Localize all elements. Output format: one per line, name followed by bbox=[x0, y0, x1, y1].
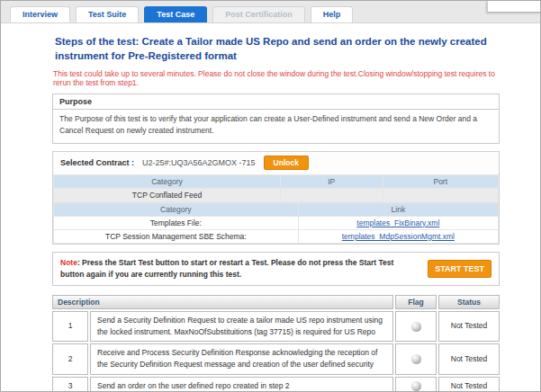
feed-category-cell: TCP Conflated Feed bbox=[54, 188, 281, 201]
table-row: 1 Send a Security Definition Request to … bbox=[52, 311, 500, 342]
test-case-window: Interview Test Suite Test Case Post Cert… bbox=[0, 0, 541, 392]
steps-table: Description Flag Status 1 Send a Securit… bbox=[50, 293, 501, 392]
links-col-category: Category bbox=[54, 202, 299, 216]
steps-col-flag: Flag bbox=[395, 295, 437, 309]
feed-col-ip: IP bbox=[280, 174, 383, 188]
step-flag-cell bbox=[395, 343, 437, 374]
links-category-cell: TCP Session Management SBE Schema: bbox=[54, 229, 299, 243]
step-flag-cell bbox=[395, 377, 437, 392]
feed-table: Category IP Port TCP Conflated Feed bbox=[53, 174, 499, 202]
selected-contract-value: U2-25#:UQ3A56A2GMOX -715 bbox=[142, 158, 256, 167]
feed-col-category: Category bbox=[54, 174, 281, 188]
purpose-header: Purpose bbox=[53, 94, 499, 110]
note-text: Note: Press the Start Test button to sta… bbox=[60, 257, 411, 281]
feed-table-header: Category IP Port bbox=[54, 174, 499, 188]
unlock-button[interactable]: Unlock bbox=[264, 156, 309, 170]
step-number: 1 bbox=[52, 311, 88, 342]
sbe-schema-link-cell: templates_MdpSessionMgmt.xml bbox=[298, 229, 498, 243]
step-number: 2 bbox=[52, 343, 88, 374]
step-description: Receive and Process Security Definition … bbox=[90, 343, 393, 374]
note-label: Note bbox=[60, 258, 77, 267]
purpose-body: The Purpose of this test is to verify th… bbox=[53, 110, 499, 142]
links-category-cell: Templates File: bbox=[54, 216, 299, 229]
table-row: TCP Conflated Feed bbox=[54, 188, 499, 201]
feed-port-cell bbox=[383, 188, 498, 201]
step-status: Not Tested bbox=[438, 343, 500, 374]
note-section: Note: Press the Start Test button to sta… bbox=[52, 252, 500, 286]
feed-ip-cell bbox=[280, 188, 383, 201]
steps-col-description: Description bbox=[52, 295, 393, 309]
feed-col-port: Port bbox=[383, 174, 498, 188]
table-row: TCP Session Management SBE Schema: templ… bbox=[54, 229, 499, 243]
start-test-button[interactable]: START TEST bbox=[428, 260, 491, 278]
tab-test-suite[interactable]: Test Suite bbox=[76, 6, 139, 22]
tab-post-certification: Post Certification bbox=[212, 6, 305, 22]
page-title: Steps of the test: Create a Tailor made … bbox=[55, 34, 500, 63]
main-content: Steps of the test: Create a Tailor made … bbox=[1, 23, 540, 392]
steps-col-status: Status bbox=[438, 295, 500, 309]
step-status: Not Tested bbox=[438, 311, 500, 342]
contract-section: Selected Contract : U2-25#:UQ3A56A2GMOX … bbox=[52, 151, 500, 245]
flag-ball-icon bbox=[411, 381, 421, 391]
purpose-section: Purpose The Purpose of this test is to v… bbox=[52, 94, 500, 143]
step-flag-cell bbox=[395, 311, 437, 342]
templates-mdpsessionmgmt-link[interactable]: templates_MdpSessionMgmt.xml bbox=[342, 232, 455, 241]
table-row: 2 Receive and Process Security Definitio… bbox=[52, 343, 500, 374]
table-row: Templates File: templates_FixBinary.xml bbox=[54, 216, 499, 229]
selected-contract-row: Selected Contract : U2-25#:UQ3A56A2GMOX … bbox=[53, 152, 499, 174]
tab-test-case[interactable]: Test Case bbox=[144, 6, 207, 22]
templates-fixbinary-link[interactable]: templates_FixBinary.xml bbox=[356, 218, 439, 227]
selected-contract-label: Selected Contract : bbox=[60, 158, 134, 167]
table-row: 3 Send an order on the user defined repo… bbox=[52, 377, 500, 392]
step-status: Not Tested bbox=[438, 377, 500, 392]
flag-ball-icon bbox=[411, 322, 421, 332]
tab-interview[interactable]: Interview bbox=[10, 6, 70, 22]
links-table: Category Link Templates File: templates_… bbox=[53, 202, 499, 244]
flag-ball-icon bbox=[411, 354, 421, 364]
steps-table-header: Description Flag Status bbox=[52, 295, 500, 309]
tab-bar: Interview Test Suite Test Case Post Cert… bbox=[1, 1, 540, 23]
note-body: : Press the Start Test button to start o… bbox=[60, 258, 393, 279]
templates-file-link-cell: templates_FixBinary.xml bbox=[298, 216, 498, 229]
links-col-link: Link bbox=[298, 202, 498, 216]
tab-help[interactable]: Help bbox=[311, 6, 354, 22]
step-number: 3 bbox=[52, 377, 88, 392]
step-description: Send a Security Definition Request to cr… bbox=[90, 311, 393, 342]
truncated-popup bbox=[487, 1, 540, 13]
links-table-header: Category Link bbox=[54, 202, 499, 216]
step-description: Send an order on the user defined repo c… bbox=[90, 377, 393, 392]
warning-text: This test could take up to several minut… bbox=[53, 69, 500, 87]
